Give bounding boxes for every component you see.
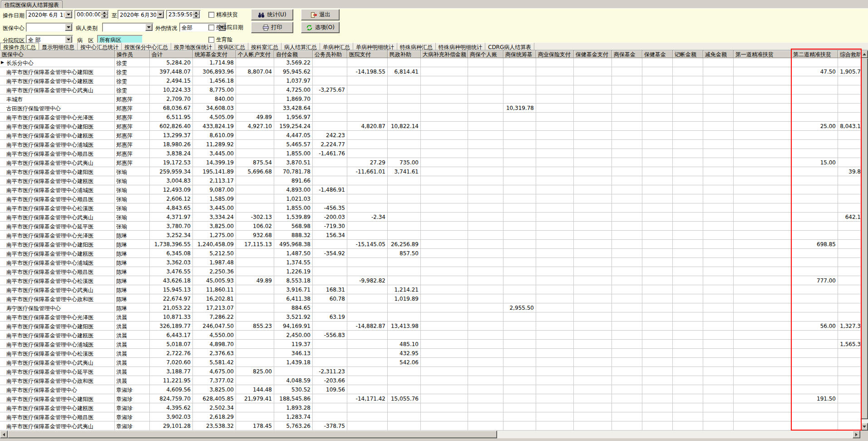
cell[interactable] [838, 76, 860, 85]
cell[interactable] [574, 376, 612, 385]
table-row[interactable]: 南平市医疗保障基金管理中心武夷山郑惠萍19,172.5314,399.19875… [0, 158, 860, 167]
cell[interactable] [703, 276, 734, 285]
cell[interactable] [468, 104, 503, 113]
cell[interactable] [642, 312, 673, 322]
cell[interactable] [388, 258, 421, 267]
cell[interactable] [503, 185, 536, 194]
cell[interactable] [421, 231, 468, 240]
cell[interactable] [536, 76, 574, 85]
cell[interactable]: 156.34 [313, 231, 347, 240]
cell[interactable] [503, 213, 536, 222]
cell[interactable] [347, 267, 388, 276]
cell[interactable] [673, 421, 703, 431]
cell[interactable]: 17,115.13 [236, 240, 274, 249]
cell[interactable] [703, 367, 734, 376]
cell[interactable] [536, 276, 574, 285]
cell[interactable] [673, 231, 703, 240]
cell[interactable] [503, 194, 536, 203]
cell[interactable]: 南平市医疗保障基金管理中心顺昌医 [0, 149, 115, 158]
cell[interactable] [503, 67, 536, 76]
cell[interactable] [236, 94, 274, 104]
table-row[interactable]: 南平市医疗保障基金管理中心建瓯医洪晨6,443.174,550.002,450.… [0, 331, 860, 340]
cell[interactable]: 徐雯 [115, 85, 150, 94]
cell[interactable]: 南平市医疗保障基金管理中心武夷山 [0, 358, 115, 367]
cell[interactable]: 568.98 [274, 222, 313, 231]
cell[interactable] [421, 85, 468, 94]
cell[interactable]: 10,224.33 [150, 85, 193, 94]
cell[interactable] [612, 367, 642, 376]
horizontal-scrollbar[interactable] [0, 431, 860, 438]
cell[interactable] [734, 194, 791, 203]
cell[interactable] [468, 167, 503, 176]
table-row[interactable]: 南平市医疗保障基金管理中心建阳医陈琳1,738,396.551,240,458.… [0, 240, 860, 249]
cell[interactable] [468, 122, 503, 131]
cell[interactable]: -14,171.42 [347, 394, 388, 403]
cell[interactable] [612, 140, 642, 149]
cell[interactable]: 2,224.77 [313, 140, 347, 149]
cell[interactable] [468, 213, 503, 222]
cell[interactable] [642, 276, 673, 285]
cell[interactable] [703, 349, 734, 358]
cell[interactable]: 2,376.63 [193, 349, 236, 358]
cell[interactable] [536, 367, 574, 376]
chevron-down-icon[interactable] [157, 11, 164, 18]
cell[interactable]: 45,005.93 [193, 276, 236, 285]
cell[interactable]: 875.54 [236, 158, 274, 167]
cell[interactable]: 17,213.07 [193, 303, 236, 312]
cell[interactable] [612, 176, 642, 185]
cell[interactable] [642, 85, 673, 94]
cell[interactable] [574, 358, 612, 367]
cell[interactable] [734, 94, 791, 104]
cell[interactable] [236, 331, 274, 340]
cell[interactable] [468, 376, 503, 385]
cell[interactable] [642, 367, 673, 376]
cell[interactable] [673, 258, 703, 267]
cell[interactable]: 5,763.26 [274, 421, 313, 431]
cell[interactable] [347, 140, 388, 149]
cell[interactable]: 1,869.70 [274, 94, 313, 104]
cell[interactable] [313, 322, 347, 331]
cell[interactable] [703, 403, 734, 412]
cell[interactable]: 29,101.28 [150, 421, 193, 431]
cell[interactable]: 南平市医疗保障基金管理中心武夷山 [0, 85, 115, 94]
cell[interactable] [347, 303, 388, 312]
cell[interactable] [734, 185, 791, 194]
cell[interactable] [421, 294, 468, 303]
cell[interactable] [791, 367, 838, 376]
cell[interactable] [791, 349, 838, 358]
cell[interactable] [536, 94, 574, 104]
table-row[interactable]: 南平市医疗保障基金管理中心建瓯医章淑珍4,395.622,502.341,893… [0, 403, 860, 412]
cell[interactable] [536, 303, 574, 312]
cell[interactable] [642, 285, 673, 294]
cell[interactable]: 南平市医疗保障基金管理中心建阳医 [0, 122, 115, 131]
cell[interactable] [734, 222, 791, 231]
cell[interactable] [574, 131, 612, 140]
cell[interactable] [236, 294, 274, 303]
cell[interactable]: 陈琳 [115, 258, 150, 267]
cell[interactable] [642, 267, 673, 276]
cell[interactable] [347, 85, 388, 94]
cell[interactable] [734, 85, 791, 94]
cell[interactable] [673, 140, 703, 149]
table-row[interactable]: 南平市医疗保障基金管理中心章淑珍4,609.563,825.00144.4853… [0, 385, 860, 394]
cell[interactable] [574, 122, 612, 131]
cell[interactable]: -11,661.01 [347, 167, 388, 176]
cell[interactable] [703, 113, 734, 122]
column-header-9[interactable]: 民政补助 [388, 50, 421, 58]
cell[interactable] [236, 185, 274, 194]
cell[interactable]: 840.00 [193, 94, 236, 104]
cell[interactable] [574, 331, 612, 340]
cell[interactable] [536, 285, 574, 294]
cell[interactable] [347, 421, 388, 431]
cell[interactable]: 824,759.70 [150, 394, 193, 403]
cell[interactable] [468, 358, 503, 367]
cell[interactable] [313, 167, 347, 176]
cell[interactable] [574, 403, 612, 412]
cell[interactable] [838, 276, 860, 285]
cell[interactable]: 南平市医疗保障基金管理中心建瓯医 [0, 76, 115, 85]
scroll-left-button[interactable] [0, 431, 8, 438]
cell[interactable] [421, 267, 468, 276]
cell[interactable]: 159,254.24 [274, 122, 313, 131]
cell[interactable] [791, 331, 838, 340]
cell[interactable] [468, 258, 503, 267]
